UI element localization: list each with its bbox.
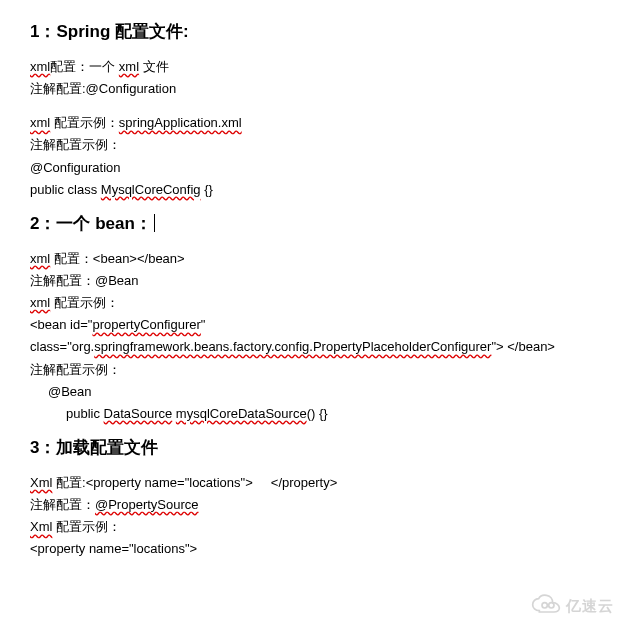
s2-l8-a: public <box>66 406 104 421</box>
s2-line-2: 注解配置：@Bean <box>30 271 592 291</box>
heading-1: 1：Spring 配置文件: <box>30 20 592 43</box>
s1-l1-mid: 配置：一个 <box>50 59 119 74</box>
watermark: 亿速云 <box>530 593 614 619</box>
s1-line-2: 注解配置:@Configuration <box>30 79 592 99</box>
heading-2: 2：一个 bean： <box>30 212 592 235</box>
s2-line-1: xml 配置：<bean></bean> <box>30 249 592 269</box>
s2-l3-post: 配置示例： <box>50 295 119 310</box>
s1-line-3: xml 配置示例：springApplication.xml <box>30 113 592 133</box>
s3-line-4: <property name="locations"> <box>30 539 592 559</box>
watermark-text: 亿速云 <box>566 597 614 616</box>
s2-l1-mid: 配置： <box>50 251 93 266</box>
s3-l1-code-a: <property name="locations"> <box>86 475 253 490</box>
s2-line-6: 注解配置示例： <box>30 360 592 380</box>
s3-l3-u: Xml <box>30 519 52 534</box>
svg-point-0 <box>542 603 547 608</box>
document-content: 1：Spring 配置文件: xml配置：一个 xml 文件 注解配置:@Con… <box>0 0 622 560</box>
s2-line-7: @Bean <box>30 382 592 402</box>
s2-l1-code: <bean></bean> <box>93 251 185 266</box>
text-cursor <box>154 214 155 232</box>
s2-l8-u2: mysqlCoreDataSource <box>176 406 307 421</box>
s1-l6-post: {} <box>201 182 213 197</box>
svg-point-1 <box>549 603 554 608</box>
s2-l5-b: "> </bean> <box>491 339 555 354</box>
cloud-icon <box>530 593 562 619</box>
s1-l1-u2: xml <box>119 59 139 74</box>
s3-l2-u: @PropertySource <box>95 497 199 512</box>
s2-line-8: public DataSource mysqlCoreDataSource() … <box>30 404 592 424</box>
s1-l3-mid: 配置示例： <box>50 115 119 130</box>
s2-l8-c: () {} <box>307 406 328 421</box>
s1-l1-u1: xml <box>30 59 50 74</box>
s2-l4-a: <bean id=" <box>30 317 92 332</box>
s1-l3-u2: springApplication.xml <box>119 115 242 130</box>
heading-3: 3：加载配置文件 <box>30 436 592 459</box>
s2-l4-b: " <box>201 317 206 332</box>
s1-line-5: @Configuration <box>30 158 592 178</box>
h2-text: 2：一个 bean： <box>30 214 152 233</box>
s1-l6-pre: public class <box>30 182 101 197</box>
s3-line-3: Xml 配置示例： <box>30 517 592 537</box>
s3-l1-mid: 配置: <box>52 475 85 490</box>
s2-l1-u: xml <box>30 251 50 266</box>
s2-l3-u: xml <box>30 295 50 310</box>
s1-line-6: public class MysqlCoreConfig {} <box>30 180 592 200</box>
s2-l8-u1: DataSource <box>104 406 173 421</box>
s3-line-1: Xml 配置:<property name="locations"> </pro… <box>30 473 592 493</box>
s1-line-4: 注解配置示例： <box>30 135 592 155</box>
s3-l3-post: 配置示例： <box>52 519 121 534</box>
s2-line-3: xml 配置示例： <box>30 293 592 313</box>
s2-line-5: class="org.springframework.beans.factory… <box>30 337 592 357</box>
s1-l3-u1: xml <box>30 115 50 130</box>
s3-l1-u: Xml <box>30 475 52 490</box>
s1-l1-post: 文件 <box>139 59 169 74</box>
s2-line-4: <bean id="propertyConfigurer" <box>30 315 592 335</box>
s2-l5-u: springframework.beans.factory.config.Pro… <box>94 339 491 354</box>
s3-l2-a: 注解配置： <box>30 497 95 512</box>
s2-l4-u: propertyConfigurer <box>92 317 200 332</box>
s2-l5-a: class="org. <box>30 339 94 354</box>
s3-l1-code-b: </property> <box>271 475 338 490</box>
s1-l6-u: MysqlCoreConfig <box>101 182 201 197</box>
s1-line-1: xml配置：一个 xml 文件 <box>30 57 592 77</box>
s3-line-2: 注解配置：@PropertySource <box>30 495 592 515</box>
